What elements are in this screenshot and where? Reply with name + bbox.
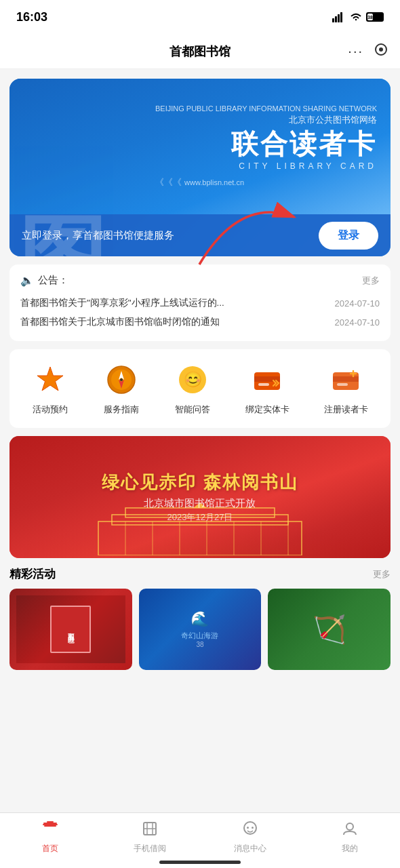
action-register-card[interactable]: 注册读者卡 — [324, 361, 368, 416]
action-guide[interactable]: 服务指南 — [103, 361, 140, 416]
nav-label-messages: 消息中心 — [234, 843, 266, 854]
login-prompt: 立即登录，享首都图书馆便捷服务 — [22, 229, 174, 242]
messages-icon — [241, 820, 259, 840]
nav-home[interactable]: 首页 — [0, 820, 100, 854]
card-website: www.bplisn.net.cn — [184, 178, 244, 186]
card-main-title: 联合读者卡 — [155, 129, 377, 159]
bind-card-icon — [249, 361, 285, 398]
svg-rect-34 — [45, 825, 56, 827]
quick-actions: 活动预约 服务指南 😊 智能问答 — [9, 349, 391, 428]
svg-point-12 — [120, 378, 123, 381]
battery-level: 38 — [367, 15, 373, 20]
nav-messages[interactable]: 消息中心 — [200, 820, 300, 854]
bottom-nav: 首页 手机借阅 消息中心 — [0, 812, 400, 868]
svg-point-44 — [247, 827, 249, 829]
action-bind-card[interactable]: 绑定实体卡 — [245, 361, 289, 416]
nav-label-home: 首页 — [42, 843, 58, 854]
activity-card-3-inner: 🏹 — [268, 589, 391, 670]
qa-icon: 😊 — [174, 361, 211, 398]
svg-rect-1 — [335, 16, 337, 22]
activities-more[interactable]: 更多 — [373, 568, 391, 580]
activities-grid: 和而不同共融世 🌊 奇幻山海游 38 🏹 — [9, 589, 391, 670]
svg-rect-3 — [340, 12, 342, 22]
status-time: 16:03 — [16, 10, 47, 24]
register-card-icon — [327, 361, 364, 398]
svg-rect-0 — [332, 18, 334, 22]
network-label-cn: 北京市公共图书馆网络 — [155, 114, 377, 126]
profile-icon — [341, 820, 359, 840]
status-icons: 38 — [332, 12, 384, 22]
battery-icon: 38 — [366, 12, 384, 22]
card-top: 图 BEIJING PUBLIC LIBRARY INFORMATION SHA… — [9, 79, 391, 214]
svg-rect-2 — [338, 14, 340, 22]
action-activity[interactable]: 活动预约 — [32, 361, 68, 416]
home-indicator — [159, 861, 241, 864]
nav-borrow[interactable]: 手机借阅 — [100, 820, 201, 854]
svg-rect-20 — [337, 383, 348, 386]
profile-svg-icon — [341, 820, 359, 837]
action-label-qa: 智能问答 — [175, 403, 210, 416]
book-icon: 和而不同共融世 — [50, 606, 91, 653]
wifi-icon — [350, 12, 362, 22]
network-label-en: BEIJING PUBLIC LIBRARY INFORMATION SHARI… — [155, 104, 377, 113]
card-sub-title: CITY LIBRARY CARD — [155, 161, 377, 171]
messages-svg-icon — [241, 820, 259, 837]
register-icon — [330, 364, 361, 395]
svg-rect-37 — [43, 824, 58, 825]
action-label-bind: 绑定实体卡 — [245, 403, 289, 416]
action-label-register: 注册读者卡 — [324, 403, 368, 416]
library-card-banner: 图 BEIJING PUBLIC LIBRARY INFORMATION SHA… — [9, 79, 391, 256]
more-button[interactable]: ··· — [348, 43, 363, 59]
signal-icon — [332, 12, 346, 22]
speaker-icon: 🔈 — [20, 274, 34, 287]
page-title: 首都图书馆 — [169, 43, 231, 60]
notice-date-1: 2024-07-10 — [335, 298, 380, 309]
red-banner-main-text: 绿心见赤印 森林阅书山 — [102, 471, 298, 494]
activities-title: 精彩活动 — [9, 566, 56, 582]
header-actions: ··· — [348, 41, 389, 62]
activity-card-1-inner: 和而不同共融世 — [16, 595, 125, 663]
nav-label-borrow: 手机借阅 — [134, 843, 166, 854]
status-bar: 16:03 38 — [0, 0, 400, 34]
notice-title-text: 公告： — [38, 274, 68, 287]
card-deco: 图 — [9, 79, 118, 214]
battery-container: 38 — [366, 12, 384, 22]
app-header: 首都图书馆 ··· — [0, 34, 400, 69]
svg-point-46 — [346, 823, 353, 830]
card-visual: BEIJING PUBLIC LIBRARY INFORMATION SHARI… — [155, 104, 377, 189]
svg-rect-22 — [98, 521, 302, 555]
action-label-activity: 活动预约 — [33, 403, 68, 416]
main-content: 图 BEIJING PUBLIC LIBRARY INFORMATION SHA… — [0, 69, 400, 670]
star-icon — [35, 364, 66, 395]
bind-icon — [252, 364, 283, 395]
nav-label-profile: 我的 — [342, 843, 358, 854]
notice-text-1: 首都图书馆关于"阅享京彩"小程序上线试运行的... — [20, 297, 244, 309]
scan-icon — [373, 41, 389, 58]
notice-header: 🔈 公告： 更多 — [20, 274, 380, 287]
notice-item-2[interactable]: 首都图书馆关于北京城市图书馆临时闭馆的通知 2024-07-10 — [20, 313, 380, 332]
activity-card-2[interactable]: 🌊 奇幻山海游 38 — [139, 589, 262, 670]
activities-section: 精彩活动 更多 和而不同共融世 🌊 奇幻山海游 38 — [9, 566, 391, 670]
action-qa[interactable]: 😊 智能问答 — [174, 361, 211, 416]
notice-item-1[interactable]: 首都图书馆关于"阅享京彩"小程序上线试运行的... 2024-07-10 — [20, 294, 380, 313]
nav-profile[interactable]: 我的 — [300, 820, 401, 854]
notice-section: 🔈 公告： 更多 首都图书馆关于"阅享京彩"小程序上线试运行的... 2024-… — [9, 264, 391, 341]
activity-icon — [32, 361, 68, 398]
activities-header: 精彩活动 更多 — [9, 566, 391, 582]
guide-icon — [103, 361, 140, 398]
activity-card-3[interactable]: 🏹 — [268, 589, 391, 670]
scan-button[interactable] — [373, 41, 389, 62]
red-banner-sub-text: 北京城市图书馆正式开放 — [102, 497, 298, 510]
home-icon — [41, 820, 59, 840]
svg-point-5 — [379, 47, 383, 52]
borrow-icon — [141, 820, 159, 840]
activity-card-1[interactable]: 和而不同共融世 — [9, 589, 132, 670]
svg-rect-38 — [43, 823, 57, 824]
borrow-svg-icon — [141, 820, 159, 837]
red-banner: 绿心见赤印 森林阅书山 北京城市图书馆正式开放 2023年12月27日 — [9, 436, 391, 558]
login-button[interactable]: 登录 — [319, 222, 378, 250]
notice-text-2: 首都图书馆关于北京城市图书馆临时闭馆的通知 — [20, 316, 244, 328]
notice-more[interactable]: 更多 — [362, 275, 380, 287]
card-login-row: 立即登录，享首都图书馆便捷服务 登录 — [9, 214, 391, 256]
compass-icon — [106, 364, 137, 395]
